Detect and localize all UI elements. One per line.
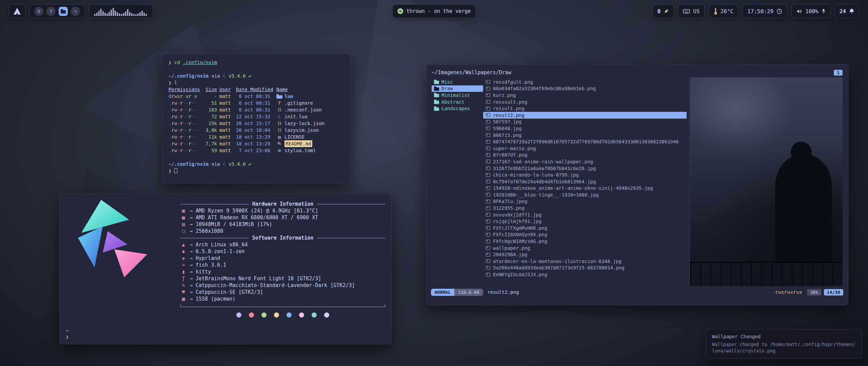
current-directory: ~/.config/nvim — [169, 161, 209, 167]
workspace-button[interactable] — [59, 7, 68, 16]
workspace-button[interactable] — [71, 7, 80, 16]
launcher-button[interactable] — [9, 4, 25, 18]
file-item[interactable]: 68747470733a2f2f696d616765732d7769786d70… — [483, 138, 687, 145]
image-icon — [486, 246, 490, 250]
updates-leaf-icon — [664, 8, 669, 14]
volume-pill[interactable]: 100% — [791, 4, 830, 18]
size-cell: 11k — [202, 134, 217, 140]
image-icon — [486, 107, 490, 110]
image-icon — [486, 80, 490, 84]
folder-name: Draw — [441, 86, 453, 91]
terminal-window[interactable]: ❯ cd .config/nvim ~/.config/nvim via v5.… — [162, 54, 351, 184]
keyboard-layout: US — [693, 8, 699, 15]
file-item[interactable]: wallpaper.png — [483, 245, 687, 251]
workspace-button[interactable]: U — [34, 7, 43, 16]
file-item[interactable]: atardecer-en-la-montanas-ilustracion-634… — [483, 258, 687, 265]
file-item[interactable]: 0c794faf07de24a4db4d4fb1eb813964.jpg — [483, 178, 687, 185]
file-item[interactable]: nnvuv0xj2df71.jpg — [483, 211, 687, 218]
file-name: LICENSE — [284, 134, 304, 140]
folder-sidebar: MiscDrawMinimalistAbstractLandscapes — [432, 77, 483, 286]
arrow-icon: → — [190, 241, 193, 248]
file-item[interactable]: kurz.png — [483, 92, 687, 99]
file-item[interactable]: rsjqojlmjhf91.jpg — [483, 218, 687, 225]
user-cell: matt — [219, 93, 234, 100]
file-item[interactable]: FXfcII0X0AQyn9X.png — [483, 231, 687, 238]
file-item[interactable]: 3126f7e9bbf21a8a4af0b67b041c6e26.jpg — [483, 165, 687, 172]
software-section-header: Software Information — [180, 235, 385, 241]
file-name: 8FKa7Cu.jpeg — [493, 199, 527, 204]
keyboard-layout-pill[interactable]: US — [678, 4, 704, 18]
file-name: 866715.png — [493, 133, 521, 138]
mode-badge: NORMAL — [431, 289, 454, 296]
sidebar-folder-item[interactable]: Misc — [432, 79, 483, 85]
fetch-window[interactable]: Hardware Information →AMD Ryzen 9 5900X … — [59, 194, 392, 344]
file-name: 596848.jpg — [493, 126, 521, 131]
file-item[interactable]: super-mario.png — [483, 145, 687, 152]
file-row: .rw-r--r-- 51 matt 6 oct 00:31 .gitignor… — [169, 100, 344, 106]
file-item[interactable]: re1sult.png — [483, 105, 687, 112]
file-item[interactable]: 596848.jpg — [483, 125, 687, 132]
file-item[interactable]: 5a266e448add93deab367d87173e9f25-6837886… — [483, 265, 687, 271]
file-item[interactable]: 08a634fa02a32364f69ebc86a98eb1eb.png — [483, 85, 687, 92]
notification-popup[interactable]: Wallpaper Changed Wallpaper changed to /… — [706, 329, 862, 359]
file-item[interactable]: resssult.png — [483, 99, 687, 105]
info-line: →kitty — [180, 268, 385, 275]
tab-badge[interactable]: 1 — [834, 70, 843, 76]
music-player-icon — [397, 8, 403, 14]
file-item[interactable]: FXfcHgcWIAMzs0G.png — [483, 238, 687, 245]
file-item[interactable]: 154928-odinokoe_anime-art-anime-okno-sin… — [483, 185, 687, 192]
updates-pill[interactable]: 0 — [653, 4, 674, 18]
file-item[interactable]: 866715.png — [483, 132, 687, 139]
file-item[interactable]: chica-mirando-la-luna-8799.jpg — [483, 171, 687, 178]
clock-pill[interactable]: 17:50:29 — [743, 4, 787, 18]
file-item[interactable]: 587597.jpg — [483, 119, 687, 125]
folder-name: Abstract — [441, 99, 464, 105]
file-item[interactable]: ressdfgult.png — [483, 79, 687, 85]
visualizer-pill[interactable] — [89, 4, 153, 18]
sidebar-folder-item[interactable]: Draw — [432, 85, 483, 92]
file-item[interactable]: 87r687df.png — [483, 152, 687, 159]
image-icon — [486, 233, 490, 237]
file-name: 87r687df.png — [493, 152, 527, 158]
prompt-symbol: ❯ — [66, 334, 68, 340]
file-item[interactable]: EeNKYgIUcAAJ5JX.png — [483, 271, 687, 278]
file-item[interactable]: 8FKa7Cu.jpeg — [483, 198, 687, 205]
sidebar-folder-item[interactable]: Minimalist — [432, 92, 483, 99]
image-icon — [486, 200, 490, 203]
file-manager-window[interactable]: ~/Imagenes/Wallpapers/Draw 1 MiscDrawMin… — [426, 64, 848, 305]
file-item[interactable]: 20492984.jpg — [483, 251, 687, 258]
clock-icon — [776, 8, 782, 14]
notifications-pill[interactable]: 24 — [835, 4, 859, 18]
info-text: 1558 (pacman) — [196, 296, 235, 302]
info-text: kitty — [196, 268, 211, 275]
user-cell: matt — [219, 100, 234, 106]
command-text: cd — [174, 60, 180, 65]
arrow-icon: → — [190, 221, 193, 228]
workspace-button[interactable]: V — [46, 7, 56, 16]
media-pill[interactable]: thrown - on the verge — [393, 4, 476, 18]
file-item[interactable]: 19201080-__blue-tinge__-1920×1080.jpg — [483, 191, 687, 198]
image-icon — [486, 220, 490, 223]
file-name: rsjqojlmjhf91.jpg — [493, 219, 541, 224]
info-line: →6.5.8-zen1-1-zen — [180, 248, 385, 255]
sidebar-folder-item[interactable]: Abstract — [432, 99, 483, 105]
permissions-cell: drwxr-xr-x — [169, 93, 200, 100]
arch-logo-icon — [13, 7, 21, 16]
command-line: ❯ l — [169, 79, 344, 86]
header-permissions: Permissions — [169, 86, 200, 93]
updates-count: 0 — [657, 8, 661, 15]
file-item[interactable]: 217167-sad-anime-rain-wallpaper.png — [483, 158, 687, 165]
file-item[interactable]: FXfcJlTXgAMvH6R.png — [483, 225, 687, 231]
size-badge: 218.8 KB — [454, 289, 483, 296]
sidebar-folder-item[interactable]: Landscapes — [432, 105, 483, 112]
permissions-cell: .rw-r--r-- — [169, 113, 200, 120]
info-icon — [180, 289, 186, 296]
file-item[interactable]: 3122955.png — [483, 205, 687, 211]
file-item[interactable]: result2.png — [483, 112, 687, 119]
prompt-line: ~/.config/nvim via v5.4.6 ✔ — [169, 73, 344, 79]
file-name: atardecer-en-la-montanas-ilustracion-634… — [493, 259, 622, 264]
info-icon — [180, 275, 186, 282]
temperature-pill[interactable]: 26°C — [709, 4, 738, 18]
shell-prompt[interactable]: ~ ❯ — [66, 328, 68, 340]
input-line[interactable]: ❯ — [169, 167, 344, 174]
